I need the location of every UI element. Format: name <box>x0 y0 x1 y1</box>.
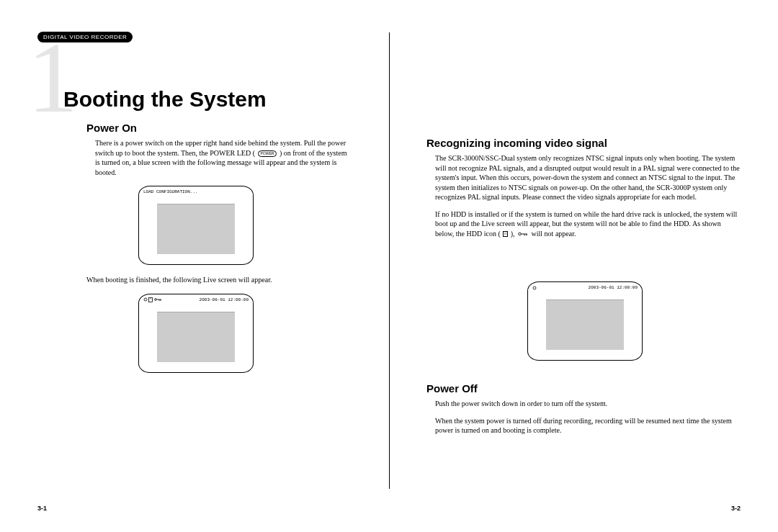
recognize-p2c: will not appear. <box>532 230 576 238</box>
right-page: Recognizing incoming video signal The SC… <box>389 0 778 532</box>
screen2-timestamp: 2003-06-01 12:00:00 <box>200 297 249 302</box>
screen3-timestamp: 2003-06-01 12:00:00 <box>589 285 638 290</box>
screen1-text: LOAD CONFIGURATION... <box>143 189 198 194</box>
chapter-number: 1 <box>27 27 78 128</box>
recognize-para2: If no HDD is installed or if the system … <box>435 209 741 239</box>
svg-point-3 <box>155 299 157 301</box>
screen-load-config: LOAD CONFIGURATION... <box>138 186 254 265</box>
left-page: DIGITAL VIDEO RECORDER 1 Booting the Sys… <box>0 0 389 532</box>
hdd-icon-inline: H <box>503 231 508 237</box>
record-icon <box>143 297 148 302</box>
screen-live: 2003-06-01 12:00:00 <box>138 294 254 373</box>
screen-no-hdd: 2003-06-01 12:00:00 <box>527 281 643 361</box>
power-off-title: Power Off <box>426 382 741 395</box>
svg-rect-1 <box>149 297 153 302</box>
screen2-icons <box>143 297 162 302</box>
page-number-left: 3-1 <box>37 505 47 512</box>
recognize-title: Recognizing incoming video signal <box>426 137 741 149</box>
key-icon-inline <box>517 231 529 237</box>
power-on-title: Power On <box>86 122 352 134</box>
chapter-title: Booting the System <box>63 87 352 112</box>
record-icon <box>532 286 537 290</box>
page-spread: DIGITAL VIDEO RECORDER 1 Booting the Sys… <box>0 0 778 532</box>
power-off-p1: Push the power switch down in order to t… <box>435 399 741 409</box>
boot-finished-text: When booting is finished, the following … <box>86 275 352 285</box>
key-icon <box>153 297 162 302</box>
page-number-right: 3-2 <box>731 505 741 512</box>
screen3-icons <box>532 286 537 290</box>
power-on-text: There is a power switch on the upper rig… <box>95 138 352 177</box>
svg-point-0 <box>144 298 147 301</box>
recognize-para1: The SCR-3000N/SSC-Dual system only recog… <box>435 153 741 202</box>
svg-point-7 <box>519 233 522 235</box>
power-led-icon: POWER <box>258 150 277 157</box>
power-off-p2: When the system power is turned off duri… <box>435 416 741 436</box>
recognize-p2a: If no HDD is installed or if the system … <box>435 210 737 238</box>
hdd-icon <box>148 297 153 302</box>
recognize-p2b: ), <box>511 230 515 238</box>
svg-point-11 <box>533 287 536 289</box>
